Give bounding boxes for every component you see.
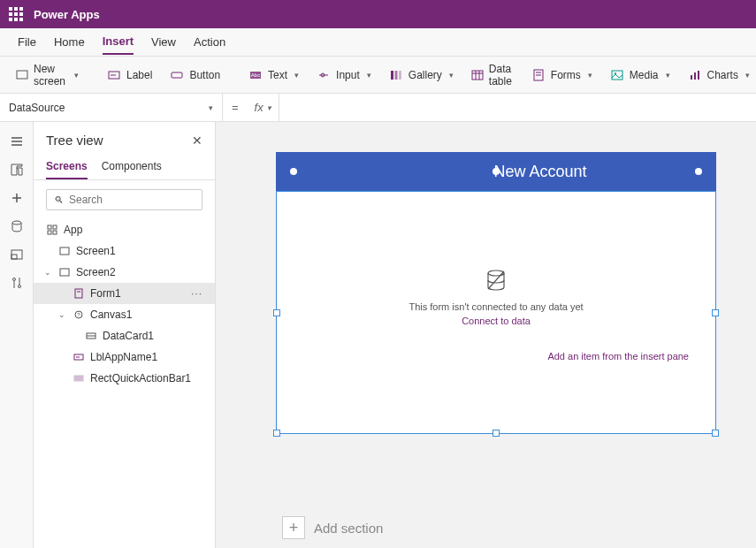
data-table-button[interactable]: Data table [464,58,521,92]
hamburger-icon[interactable] [4,129,29,154]
svg-point-34 [12,278,15,281]
selection-handle[interactable] [290,168,297,175]
connect-to-data-link[interactable]: Connect to data [462,316,531,326]
svg-rect-3 [172,72,182,78]
svg-rect-38 [48,225,51,229]
collapse-icon[interactable]: ⌄ [58,310,67,319]
add-section-label: Add section [314,521,383,536]
menu-file[interactable]: File [18,30,36,54]
tree-node-form1[interactable]: Form1 ··· [34,283,215,304]
tree-view-icon[interactable] [4,157,29,182]
svg-rect-20 [691,75,692,80]
tree-list: App Screen1 ⌄ Screen2 [34,219,215,548]
tree-node-rectquickactionbar1[interactable]: RectQuickActionBar1 [34,368,215,389]
text-button[interactable]: Abc Text ▾ [241,64,306,87]
tree-tabs: Screens Components [34,155,215,180]
gallery-icon [389,68,403,82]
selection-handle[interactable] [493,168,500,175]
svg-rect-33 [11,255,17,259]
canvas-area[interactable]: New Account This form isn't connected to… [216,122,756,548]
svg-rect-10 [399,71,401,80]
add-icon[interactable] [4,186,29,210]
svg-rect-18 [612,71,622,80]
formula-input[interactable] [279,102,756,114]
button-label: Button [189,69,220,81]
selection-handle[interactable] [273,430,280,437]
node-label: LblAppName1 [90,351,157,363]
charts-label: Charts [707,69,738,81]
form-placeholder[interactable]: This form isn't connected to any data ye… [276,191,716,434]
data-icon[interactable] [4,214,29,239]
button-button[interactable]: Button [163,64,227,87]
node-label: Canvas1 [90,308,132,321]
button-icon [170,68,184,82]
new-screen-button[interactable]: New screen ▾ [9,58,86,92]
svg-point-53 [488,270,504,276]
svg-rect-41 [53,231,57,234]
menu-view[interactable]: View [151,30,176,54]
svg-rect-52 [74,376,83,381]
tree-node-screen2[interactable]: ⌄ Screen2 [34,262,215,283]
preview-header[interactable]: New Account [276,152,716,191]
tree-node-canvas1[interactable]: ⌄ ? Canvas1 [34,304,215,325]
tree-node-datacard1[interactable]: DataCard1 [34,325,215,346]
title-bar: Power Apps [0,0,756,28]
svg-rect-40 [48,231,51,234]
svg-rect-8 [391,71,393,80]
more-icon[interactable]: ··· [191,287,208,300]
svg-rect-43 [60,269,69,276]
selection-handle[interactable] [493,430,500,437]
label-button[interactable]: Label [100,64,159,87]
menu-home[interactable]: Home [54,30,85,54]
add-section-button[interactable]: + Add section [282,516,383,539]
app-icon [46,224,58,236]
selection-handle[interactable] [273,309,280,316]
svg-rect-42 [60,247,69,255]
media-label: Media [630,69,659,81]
tree-node-lblappname1[interactable]: LblAppName1 [34,346,215,368]
svg-rect-11 [472,71,483,80]
menu-insert[interactable]: Insert [103,29,134,55]
chevron-down-icon: ▾ [209,103,213,112]
collapse-icon[interactable]: ⌄ [44,268,53,277]
table-icon [471,68,484,82]
input-button[interactable]: Input ▾ [309,64,378,87]
chevron-down-icon: ▾ [74,71,79,80]
tree-node-screen1[interactable]: Screen1 [34,240,215,262]
svg-rect-44 [75,289,82,298]
media-button[interactable]: Media ▾ [603,64,677,87]
menu-bar: File Home Insert View Action [0,28,756,57]
node-label: Screen1 [76,245,116,257]
tab-screens[interactable]: Screens [46,155,88,179]
menu-action[interactable]: Action [194,30,225,54]
tree-node-app[interactable]: App [34,219,215,240]
property-selector[interactable]: DataSource ▾ [0,94,223,122]
canvas-icon: ? [73,308,85,321]
chevron-down-icon: ▾ [294,71,299,80]
selection-handle[interactable] [695,168,702,175]
node-label: App [64,224,82,236]
add-item-link[interactable]: Add an item from the insert pane [547,351,689,362]
advanced-tools-icon[interactable] [4,270,29,295]
charts-button[interactable]: Charts ▾ [681,64,756,87]
formula-bar: DataSource ▾ = fx▾ [0,94,756,122]
label-label: Label [126,69,152,81]
node-label: Form1 [90,287,121,300]
search-box[interactable]: 🔍︎ [46,189,202,210]
svg-text:Abc: Abc [251,72,260,78]
close-icon[interactable]: ✕ [192,133,202,148]
selection-handle[interactable] [712,430,719,437]
gallery-button[interactable]: Gallery ▾ [382,64,461,87]
waffle-icon[interactable] [9,7,23,21]
left-rail [0,122,34,548]
fx-icon[interactable]: fx▾ [248,94,279,121]
selection-handle[interactable] [712,309,719,316]
forms-button[interactable]: Forms ▾ [524,64,599,87]
screen-preview[interactable]: New Account This form isn't connected to… [276,152,716,434]
node-label: RectQuickActionBar1 [90,372,191,384]
svg-point-36 [18,285,20,288]
search-input[interactable] [69,194,195,206]
tab-components[interactable]: Components [102,155,162,179]
label-icon [107,68,121,82]
media-rail-icon[interactable] [4,242,29,267]
